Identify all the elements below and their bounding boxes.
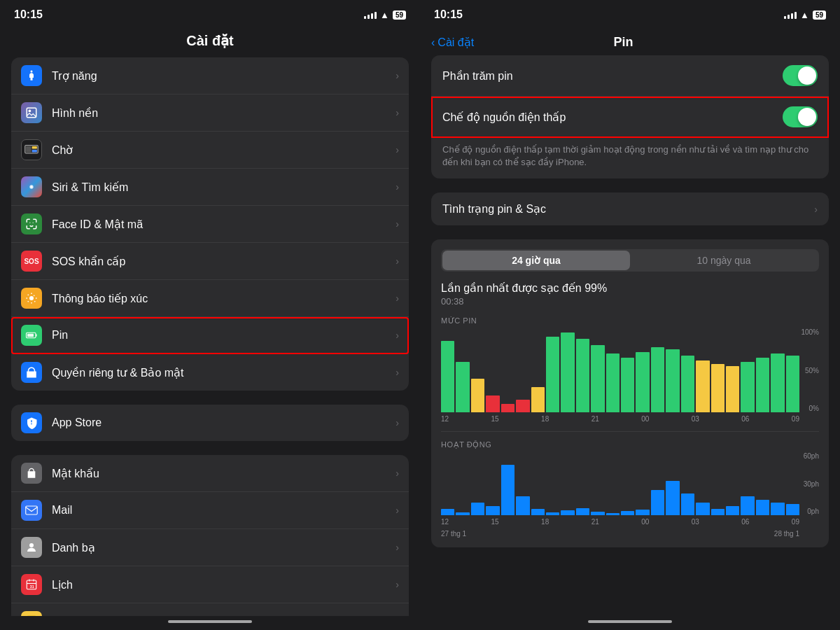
battery-bar <box>606 354 620 412</box>
notes-label: Ghi chú <box>52 615 396 616</box>
date-labels-row: 27 thg 1 28 thg 1 <box>441 530 819 538</box>
date-label-1: 27 thg 1 <box>441 530 466 538</box>
battery-bar <box>726 366 739 412</box>
last-charge-time: 00:38 <box>441 296 819 307</box>
battery-bar <box>471 379 484 412</box>
settings-item-siri[interactable]: Siri & Tìm kiếm › <box>11 169 409 206</box>
health-label: Tình trạng pin & Sạc <box>442 202 546 216</box>
settings-item-faceid[interactable]: Face ID & Mật mã › <box>11 206 409 243</box>
battery-bar <box>681 356 694 413</box>
settings-item-contacts[interactable]: Danh bạ › <box>11 529 409 566</box>
signal-icon <box>364 10 377 19</box>
battery-icon <box>21 325 42 346</box>
activity-x-labels: 12 15 18 21 00 03 06 09 <box>441 518 819 526</box>
calendar-chevron: › <box>396 579 399 590</box>
tab-10d[interactable]: 10 ngày qua <box>630 251 818 270</box>
sos-icon: SOS <box>21 251 42 272</box>
back-label: Cài đặt <box>438 36 474 49</box>
sos-label: SOS khẩn cấp <box>52 255 396 268</box>
chart-divider <box>441 431 819 432</box>
activity-bar <box>456 512 469 516</box>
sos-chevron: › <box>396 255 399 267</box>
activity-chart: 60ph 30ph 0ph <box>441 452 819 515</box>
settings-item-accessibility[interactable]: Trợ năng › <box>11 57 409 94</box>
battery-percent-row[interactable]: Phần trăm pin <box>431 55 829 97</box>
battery-section-label: MỨC PIN <box>441 316 477 326</box>
svg-text:31: 31 <box>30 584 34 589</box>
exposure-icon <box>21 288 42 309</box>
settings-item-battery[interactable]: Pin › <box>11 317 409 354</box>
battery-bar <box>666 349 679 412</box>
wifi-icon: ▲ <box>380 10 389 20</box>
chart-section: 24 giờ qua 10 ngày qua Lần gần nhất được… <box>431 239 829 547</box>
left-status-bar: 10:15 ▲ 59 <box>0 0 420 27</box>
faceid-chevron: › <box>396 218 399 230</box>
battery-bar <box>501 404 514 412</box>
contacts-icon <box>21 537 42 558</box>
standby-label: Chờ <box>52 144 396 157</box>
battery-bars <box>441 328 799 412</box>
settings-item-sos[interactable]: SOS SOS khẩn cấp › <box>11 243 409 280</box>
svg-point-8 <box>31 186 33 188</box>
settings-item-password[interactable]: Mật khẩu › <box>11 455 409 492</box>
activity-bar <box>621 511 634 515</box>
activity-bar <box>711 509 724 515</box>
activity-bar <box>696 503 709 515</box>
wallpaper-label: Hình nền <box>52 106 396 120</box>
activity-section-label: HOẠT ĐỘNG <box>441 440 491 449</box>
battery-percent-toggle[interactable] <box>783 65 818 86</box>
battery-bar <box>546 337 559 412</box>
activity-bar <box>771 503 784 515</box>
low-power-description: Chế độ nguồn điện thấp tạm thời giảm hoạ… <box>431 138 829 178</box>
health-group: Tình trạng pin & Sạc › <box>431 192 829 225</box>
back-button[interactable]: ‹ Cài đặt <box>431 36 474 49</box>
privacy-icon <box>21 362 42 383</box>
low-power-row[interactable]: Chế độ nguồn điện thấp <box>431 97 829 138</box>
settings-item-exposure[interactable]: Thông báo tiếp xúc › <box>11 280 409 317</box>
settings-list: Trợ năng › Hình nền › <box>0 57 420 616</box>
battery-y-100: 100% <box>801 328 819 336</box>
settings-item-appstore[interactable]: App Store › <box>11 405 409 441</box>
activity-bar <box>741 496 754 515</box>
settings-item-wallpaper[interactable]: Hình nền › <box>11 94 409 132</box>
svg-rect-11 <box>27 334 34 337</box>
appstore-chevron: › <box>396 417 399 428</box>
settings-group-2: App Store › <box>11 405 409 441</box>
battery-bar <box>741 362 754 412</box>
appstore-label: App Store <box>52 416 396 429</box>
notes-icon <box>21 611 42 616</box>
low-power-toggle[interactable] <box>783 106 818 127</box>
contacts-label: Danh bạ <box>52 541 396 554</box>
faceid-icon <box>21 214 42 234</box>
settings-item-privacy[interactable]: Quyền riêng tư & Bảo mật › <box>11 354 409 391</box>
activity-bars <box>441 452 799 515</box>
standby-icon <box>21 139 42 160</box>
toggle-group: Phần trăm pin Chế độ nguồn điện thấp Chế… <box>431 55 829 178</box>
settings-item-standby[interactable]: Chờ › <box>11 132 409 169</box>
battery-y-50: 50% <box>805 367 819 374</box>
activity-y-30: 30ph <box>804 480 819 488</box>
svg-point-2 <box>29 110 31 113</box>
siri-label: Siri & Tìm kiếm <box>52 181 396 194</box>
left-time: 10:15 <box>14 8 43 21</box>
tab-24h[interactable]: 24 giờ qua <box>442 251 630 270</box>
activity-bar <box>531 509 545 515</box>
health-row[interactable]: Tình trạng pin & Sạc › <box>431 192 829 225</box>
battery-bar <box>456 362 469 412</box>
battery-bar <box>561 332 574 412</box>
siri-icon <box>21 176 42 197</box>
battery-label: Pin <box>52 329 396 342</box>
exposure-chevron: › <box>396 293 399 304</box>
contacts-chevron: › <box>396 542 399 553</box>
activity-y-labels: 60ph 30ph 0ph <box>804 452 819 515</box>
battery-bar <box>711 364 724 413</box>
battery-chart-label-row: MỨC PIN <box>441 316 819 326</box>
appstore-icon <box>21 412 42 433</box>
settings-item-calendar[interactable]: 31 Lịch › <box>11 566 409 603</box>
svg-point-0 <box>31 71 33 73</box>
settings-item-notes[interactable]: Ghi chú › <box>11 603 409 616</box>
exposure-label: Thông báo tiếp xúc <box>52 292 396 305</box>
battery-bar <box>486 396 499 412</box>
svg-rect-6 <box>32 150 37 153</box>
settings-item-mail[interactable]: Mail › <box>11 492 409 529</box>
